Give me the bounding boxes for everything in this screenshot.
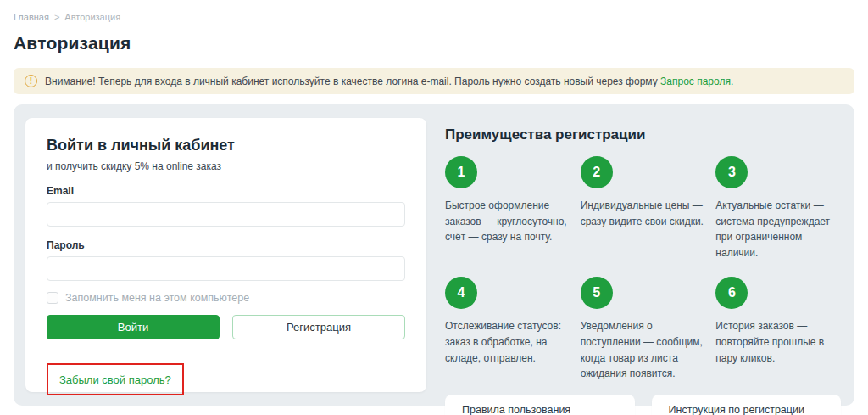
page-title: Авторизация: [14, 33, 854, 53]
benefits-heading: Преимущества регистрации: [445, 126, 841, 143]
warning-text-main: Внимание! Теперь для входа в личный каби…: [45, 76, 658, 87]
email-field[interactable]: [47, 202, 405, 227]
benefit-number-badge: 3: [715, 156, 748, 188]
forgot-password-highlight-box: Забыли свой пароль?: [47, 363, 184, 395]
benefit-text: Быстрое оформление заказов — круглосуточ…: [445, 198, 570, 245]
register-button[interactable]: Регистрация: [232, 315, 405, 339]
registration-instruction-card-label: Инструкция по регистрации на сайте для н…: [669, 402, 812, 415]
benefit-text: Отслеживание статусов: заказ в обработке…: [445, 318, 570, 366]
warning-banner: ! Внимание! Теперь для входа в личный ка…: [14, 68, 854, 94]
benefit-number-badge: 4: [445, 277, 477, 309]
benefit-text: Индивидуальные цены — сразу видите свои …: [581, 198, 706, 229]
info-cards-row: Правила пользования Личным кабинетом › И…: [445, 395, 841, 415]
benefit-item-4: 4 Отслеживание статусов: заказ в обработ…: [445, 277, 570, 381]
benefit-number-badge: 5: [581, 277, 613, 309]
chevron-right-icon: ›: [614, 410, 621, 415]
login-button[interactable]: Войти: [47, 315, 220, 339]
login-actions: Войти Регистрация: [47, 315, 405, 339]
breadcrumb-current: Авторизация: [64, 12, 120, 22]
email-label: Email: [47, 185, 405, 197]
forgot-password-link[interactable]: Забыли свой пароль?: [59, 373, 171, 386]
benefits-grid: 1 Быстрое оформление заказов — круглосут…: [445, 156, 841, 382]
benefits-section: Преимущества регистрации 1 Быстрое оформ…: [445, 118, 841, 392]
rules-card-label: Правила пользования Личным кабинетом: [462, 402, 605, 415]
benefit-text: Уведомления о поступлении — сообщим, ког…: [581, 318, 706, 381]
benefit-number-badge: 6: [715, 277, 748, 309]
benefit-text: История заказов — повторяйте прошлые в п…: [715, 318, 841, 366]
benefit-item-6: 6 История заказов — повторяйте прошлые в…: [715, 277, 841, 381]
breadcrumb: Главная > Авторизация: [14, 12, 854, 22]
main-panel: Войти в личный кабинет и получить скидку…: [14, 104, 854, 406]
remember-label: Запомнить меня на этом компьютере: [65, 292, 249, 304]
warning-icon: !: [25, 75, 37, 87]
breadcrumb-separator-icon: >: [54, 12, 59, 22]
remember-row[interactable]: Запомнить меня на этом компьютере: [47, 292, 405, 304]
chevron-right-icon: ›: [820, 410, 827, 415]
benefit-text: Актуальные остатки — система предупрежда…: [715, 198, 841, 261]
warning-text: Внимание! Теперь для входа в личный каби…: [45, 76, 733, 87]
benefit-number-badge: 2: [581, 156, 613, 188]
password-request-link[interactable]: Запрос пароля.: [660, 76, 733, 87]
breadcrumb-home-link[interactable]: Главная: [14, 12, 49, 22]
auth-page: Главная > Авторизация Авторизация ! Вним…: [0, 0, 868, 406]
login-heading: Войти в личный кабинет: [47, 137, 405, 154]
benefit-item-5: 5 Уведомления о поступлении — сообщим, к…: [581, 277, 706, 381]
login-card: Войти в личный кабинет и получить скидку…: [25, 118, 426, 392]
remember-checkbox[interactable]: [47, 292, 58, 304]
registration-instruction-card[interactable]: Инструкция по регистрации на сайте для н…: [652, 395, 842, 415]
password-field[interactable]: [47, 256, 405, 281]
benefit-item-1: 1 Быстрое оформление заказов — круглосут…: [445, 156, 570, 261]
login-subheading: и получить скидку 5% на online заказ: [47, 160, 405, 172]
benefit-number-badge: 1: [445, 156, 477, 188]
benefit-item-3: 3 Актуальные остатки — система предупреж…: [715, 156, 841, 261]
password-label: Пароль: [47, 239, 405, 251]
rules-card[interactable]: Правила пользования Личным кабинетом ›: [445, 395, 635, 415]
benefit-item-2: 2 Индивидуальные цены — сразу видите сво…: [581, 156, 706, 261]
